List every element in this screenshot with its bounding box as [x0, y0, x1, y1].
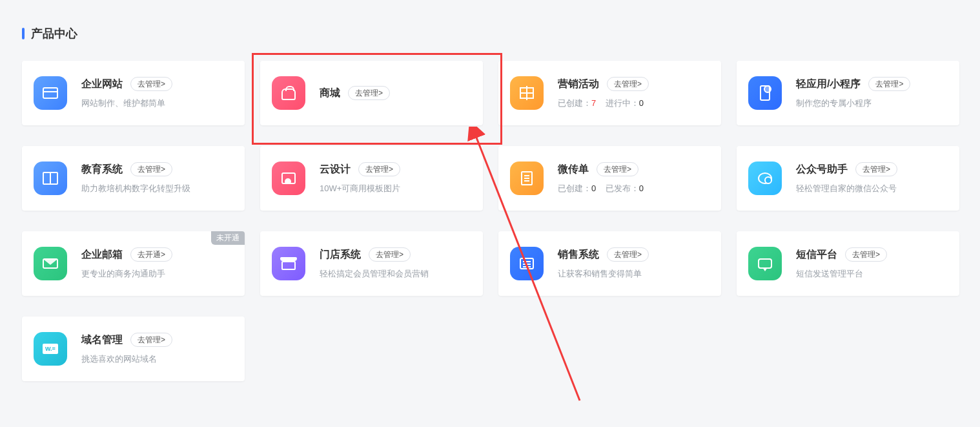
manage-button[interactable]: 去管理>: [130, 162, 172, 176]
card-title: 微传单: [558, 163, 589, 176]
card-desc: 制作您的专属小程序: [796, 98, 948, 109]
domain-icon: W.=: [34, 332, 67, 366]
list-icon: [510, 247, 544, 280]
card-title: 门店系统: [320, 248, 361, 262]
card-sales-system[interactable]: 销售系统 去管理> 让获客和销售变得简单: [498, 231, 721, 296]
card-mall[interactable]: 商城 去管理>: [260, 61, 483, 125]
manage-button[interactable]: 去管理>: [130, 333, 172, 347]
manage-button[interactable]: 去管理>: [845, 247, 887, 262]
card-title: 营销活动: [558, 78, 599, 91]
card-domain[interactable]: W.= 域名管理 去管理> 挑选喜欢的网站域名: [22, 317, 245, 381]
card-flyer[interactable]: 微传单 去管理> 已创建：0 已发布：0: [498, 146, 721, 211]
image-icon: [272, 161, 305, 195]
stat-value: 0: [591, 183, 596, 193]
document-icon: [510, 161, 544, 195]
message-icon: [748, 247, 782, 280]
card-title: 教育系统: [81, 163, 123, 176]
store-icon: [272, 247, 305, 280]
stat-value: 0: [639, 183, 644, 193]
card-title: 云设计: [320, 163, 351, 176]
card-desc: 更专业的商务沟通助手: [81, 268, 233, 280]
book-icon: [34, 161, 67, 195]
manage-button[interactable]: 去管理>: [855, 162, 897, 176]
manage-button[interactable]: 去管理>: [597, 162, 638, 176]
card-design[interactable]: 云设计 去管理> 10W+可商用模板图片: [260, 146, 483, 211]
card-wechat-assistant[interactable]: 公众号助手 去管理> 轻松管理自家的微信公众号: [737, 146, 959, 211]
card-desc: 让获客和销售变得简单: [558, 268, 709, 280]
card-marketing[interactable]: 营销活动 去管理> 已创建：7 进行中：0: [498, 61, 721, 125]
section-title: 产品中心: [31, 26, 77, 41]
card-title: 企业网站: [81, 78, 123, 91]
open-button[interactable]: 去开通>: [130, 247, 172, 262]
stat-label: 已创建：: [558, 98, 591, 108]
stat-value: 0: [639, 98, 644, 108]
mail-icon: [34, 247, 67, 280]
shopping-bag-icon: [272, 76, 305, 110]
gift-icon: [510, 76, 544, 110]
card-title: 域名管理: [81, 333, 123, 347]
card-sms[interactable]: 短信平台 去管理> 短信发送管理平台: [737, 231, 959, 296]
section-header: 产品中心: [22, 26, 958, 41]
card-desc: 10W+可商用模板图片: [320, 183, 471, 194]
manage-button[interactable]: 去管理>: [130, 77, 172, 91]
stat-label: 已发布：: [606, 183, 639, 193]
card-website[interactable]: 企业网站 去管理> 网站制作、维护都简单: [22, 61, 245, 125]
card-desc: 轻松管理自家的微信公众号: [796, 183, 948, 194]
card-title: 销售系统: [558, 248, 599, 262]
phone-icon: [748, 76, 782, 110]
manage-button[interactable]: 去管理>: [348, 86, 390, 100]
manage-button[interactable]: 去管理>: [868, 77, 910, 91]
not-open-badge: 未开通: [211, 231, 245, 245]
manage-button[interactable]: 去管理>: [607, 77, 649, 91]
product-grid: 企业网站 去管理> 网站制作、维护都简单 商城 去管理> 营销活动 去管理>: [22, 61, 958, 381]
card-title: 公众号助手: [796, 163, 848, 176]
stat-label: 已创建：: [558, 183, 591, 193]
card-store-system[interactable]: 门店系统 去管理> 轻松搞定会员管理和会员营销: [260, 231, 483, 296]
manage-button[interactable]: 去管理>: [358, 162, 400, 176]
card-desc: 轻松搞定会员管理和会员营销: [320, 268, 471, 280]
stat-value: 7: [591, 98, 596, 108]
card-stats: 已创建：7 进行中：0: [558, 98, 709, 109]
card-title: 商城: [320, 87, 340, 100]
card-desc: 挑选喜欢的网站域名: [81, 353, 233, 365]
card-desc: 网站制作、维护都简单: [81, 98, 233, 109]
card-stats: 已创建：0 已发布：0: [558, 183, 709, 194]
manage-button[interactable]: 去管理>: [369, 247, 411, 262]
chat-icon: [748, 161, 782, 195]
manage-button[interactable]: 去管理>: [607, 247, 649, 262]
card-title: 轻应用/小程序: [796, 78, 861, 91]
card-education[interactable]: 教育系统 去管理> 助力教培机构数字化转型升级: [22, 146, 245, 211]
card-title: 短信平台: [796, 248, 837, 262]
stat-label: 进行中：: [606, 98, 639, 108]
card-title: 企业邮箱: [81, 248, 123, 262]
card-desc: 助力教培机构数字化转型升级: [81, 183, 233, 194]
card-miniapp[interactable]: 轻应用/小程序 去管理> 制作您的专属小程序: [737, 61, 959, 125]
section-accent-bar: [22, 28, 25, 39]
card-enterprise-email[interactable]: 未开通 企业邮箱 去开通> 更专业的商务沟通助手: [22, 231, 245, 296]
card-desc: 短信发送管理平台: [796, 268, 948, 280]
website-icon: [34, 76, 67, 110]
